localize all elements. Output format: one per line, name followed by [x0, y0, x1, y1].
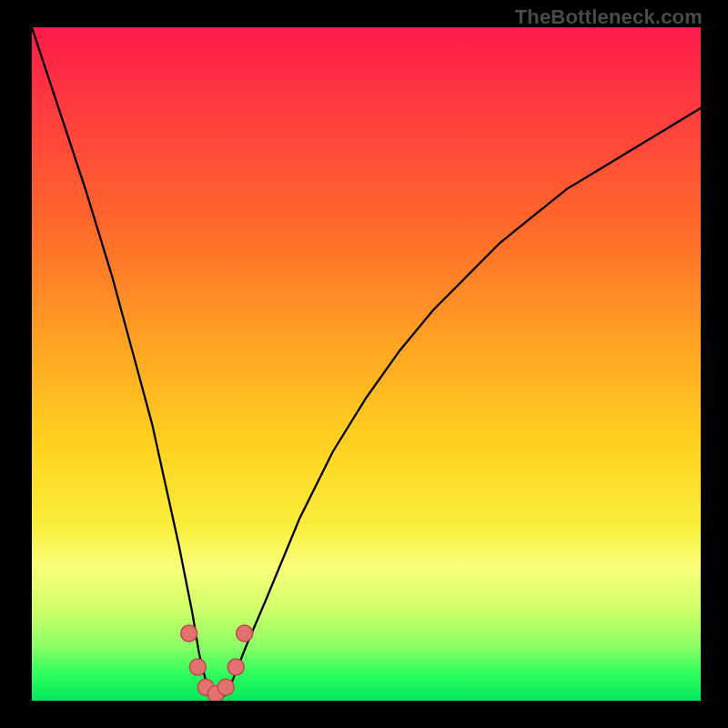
chart-svg	[32, 27, 701, 701]
curve-marker	[217, 679, 234, 695]
curve-marker	[189, 659, 206, 675]
watermark-text: TheBottleneck.com	[515, 5, 703, 29]
curve-line	[32, 27, 701, 701]
curve-marker	[181, 625, 197, 642]
curve-marker	[237, 625, 253, 642]
plot-area	[32, 27, 701, 701]
curve-markers	[181, 625, 253, 701]
curve-marker	[228, 659, 244, 675]
chart-frame: TheBottleneck.com	[0, 0, 728, 728]
